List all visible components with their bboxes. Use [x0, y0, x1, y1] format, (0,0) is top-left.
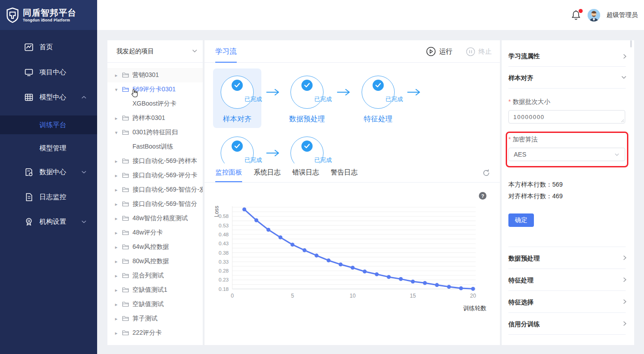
user-name[interactable]: 超级管理员 — [606, 11, 638, 19]
folder-icon — [122, 187, 129, 192]
encrypt-select[interactable]: AES — [508, 148, 625, 161]
caret-collapsed-icon[interactable]: ▸ — [115, 259, 121, 264]
tree-item[interactable]: ▸ 空缺值测试1 — [107, 283, 203, 297]
tree-item-selected[interactable]: ▾ 569评分卡0301 — [107, 82, 203, 97]
caret-collapsed-icon[interactable]: ▸ — [115, 330, 121, 336]
flow-node-sample-align[interactable]: 已完成 样本对齐 — [213, 76, 261, 124]
sidebar-item-home[interactable]: 首页 — [0, 38, 97, 56]
tab-warning-log[interactable]: 警告日志 — [331, 163, 358, 182]
tree-item[interactable]: ▸ 接口自动化-569-跨样本 — [107, 154, 203, 168]
section-credit-training[interactable]: 信用分训练 — [502, 312, 634, 334]
tab-monitor-panel[interactable]: 监控面板 — [215, 163, 242, 182]
svg-text:0.28: 0.28 — [219, 268, 229, 273]
chevron-right-icon — [623, 321, 627, 326]
check-circle-icon — [302, 141, 313, 152]
tree-item[interactable]: ▸ 跨样本0301 — [107, 111, 203, 125]
tree-item[interactable]: ▾ 0301跨特征回归 — [107, 125, 203, 140]
tree-item[interactable]: ▸ 80w风控数据 — [107, 254, 203, 269]
chevron-right-icon — [623, 299, 627, 304]
caret-collapsed-icon[interactable]: ▸ — [115, 216, 121, 222]
caret-collapsed-icon[interactable]: ▸ — [115, 158, 121, 164]
sidebar-item-models[interactable]: 模型中心 — [0, 88, 97, 107]
play-circle-icon — [426, 47, 436, 56]
section-feature-process[interactable]: 特征处理 — [502, 269, 634, 290]
caret-collapsed-icon[interactable]: ▸ — [115, 316, 121, 322]
own-sample-rows: 本方样本行数：569 — [508, 181, 563, 189]
flow-node-feature-process[interactable]: 已完成 特征处理 — [354, 76, 402, 124]
svg-text:0.38: 0.38 — [219, 250, 229, 256]
badge-icon — [25, 218, 33, 226]
svg-text:训练轮数: 训练轮数 — [463, 305, 486, 311]
project-filter-dropdown[interactable]: 我发起的项目 — [116, 47, 154, 55]
folder-icon — [122, 244, 129, 250]
bell-icon[interactable] — [571, 10, 581, 21]
caret-collapsed-icon[interactable]: ▸ — [115, 187, 121, 193]
folder-icon — [122, 287, 129, 293]
help-icon[interactable]: ? — [479, 192, 486, 200]
sidebar-item-training-platform[interactable]: 训练平台 — [0, 115, 97, 134]
refresh-icon[interactable] — [482, 169, 490, 177]
tree-item[interactable]: ▸ 接口自动化-569-智信分 — [107, 197, 203, 211]
tree-item[interactable]: ▸ 接口自动化-569-智信分-发 — [107, 183, 203, 197]
tree-item[interactable]: ▸ 48w评分卡 — [107, 226, 203, 240]
sidebar-item-projects[interactable]: 项目中心 — [0, 63, 97, 81]
sidebar-item-model-management[interactable]: 模型管理 — [0, 139, 97, 158]
tab-error-log[interactable]: 错误日志 — [292, 163, 319, 182]
caret-collapsed-icon[interactable]: ▸ — [115, 73, 121, 78]
run-button[interactable]: 运行 — [426, 47, 452, 56]
sidebar-item-log-monitor[interactable]: 日志监控 — [0, 188, 97, 206]
notification-dot — [579, 9, 583, 13]
resize-grip-icon[interactable] — [621, 119, 624, 123]
sidebar-item-data-center[interactable]: 数据中心 — [0, 162, 97, 181]
caret-collapsed-icon[interactable]: ▸ — [115, 230, 121, 236]
sidebar-item-org-settings[interactable]: 机构设置 — [0, 212, 97, 231]
workflow-canvas[interactable]: 已完成 样本对齐 已完成 数据预处理 已完成 — [205, 63, 500, 163]
batch-size-label: *数据批次大小 — [508, 98, 550, 106]
caret-collapsed-icon[interactable]: ▸ — [115, 115, 121, 121]
tree-item[interactable]: XGBoost评分卡 — [107, 97, 203, 111]
caret-expanded-icon[interactable]: ▾ — [115, 87, 121, 93]
section-feature-select[interactable]: 特征选择 — [502, 290, 634, 312]
grid-icon — [25, 93, 33, 102]
caret-collapsed-icon[interactable]: ▸ — [115, 302, 121, 307]
section-flow-properties[interactable]: 学习流属性 — [502, 45, 634, 66]
flow-node-row2-b[interactable]: 已完成 — [283, 136, 331, 163]
svg-text:0.53: 0.53 — [219, 223, 229, 228]
caret-collapsed-icon[interactable]: ▸ — [115, 173, 121, 179]
tree-item[interactable]: ▸ 混合列测试 — [107, 269, 203, 283]
tab-learning-flow[interactable]: 学习流 — [215, 40, 237, 63]
folder-icon — [122, 301, 129, 307]
tree-item[interactable]: ▸ 空缺值测试 — [107, 297, 203, 311]
caret-collapsed-icon[interactable]: ▸ — [115, 244, 121, 250]
section-sample-align[interactable]: 样本对齐 — [502, 66, 634, 88]
pause-circle-icon — [466, 47, 475, 56]
svg-text:20: 20 — [470, 293, 476, 299]
tree-item[interactable]: ▸ 64w风控数据 — [107, 240, 203, 254]
confirm-button[interactable]: 确定 — [508, 213, 534, 227]
stop-button[interactable]: 终止 — [466, 47, 492, 56]
batch-size-input[interactable]: 10000000 — [508, 110, 625, 124]
tree-item[interactable]: ▸ 算子测试 — [107, 311, 203, 326]
caret-collapsed-icon[interactable]: ▸ — [115, 287, 121, 293]
chevron-right-icon — [623, 255, 627, 260]
app-subtitle: Tongdun iBond Platform — [23, 18, 77, 22]
caret-collapsed-icon[interactable]: ▸ — [115, 273, 121, 279]
properties-panel: 学习流属性 样本对齐 *数据批次大小 10000000 *加密算法 AES 本方… — [502, 40, 634, 345]
flow-node-preprocess[interactable]: 已完成 数据预处理 — [283, 76, 331, 124]
tab-system-log[interactable]: 系统日志 — [254, 163, 281, 182]
tree-item[interactable]: ▸ 接口自动化-569-评分卡 — [107, 168, 203, 183]
chevron-down-icon[interactable] — [192, 49, 197, 53]
section-data-preprocess[interactable]: 数据预处理 — [502, 247, 634, 269]
tree-item[interactable]: ▸ 48w智信分精度测试 — [107, 211, 203, 226]
flow-node-row2-a[interactable]: 已完成 — [213, 136, 261, 163]
tree-item[interactable]: ▸ 营销0301 — [107, 68, 203, 82]
svg-text:15: 15 — [410, 293, 416, 299]
caret-collapsed-icon[interactable]: ▸ — [115, 201, 121, 207]
tree-item[interactable]: FastBoost训练 — [107, 140, 203, 154]
svg-text:5: 5 — [291, 293, 294, 299]
tree-item[interactable]: ▸ 222评分卡 — [107, 326, 203, 340]
arrow-right-icon — [407, 89, 421, 96]
avatar[interactable] — [588, 9, 600, 21]
project-tree: ▸ 营销0301 ▾ 569评分卡0301 XGBoost评分卡 ▸ 跨样本03… — [107, 63, 203, 340]
caret-expanded-icon[interactable]: ▾ — [115, 130, 121, 136]
